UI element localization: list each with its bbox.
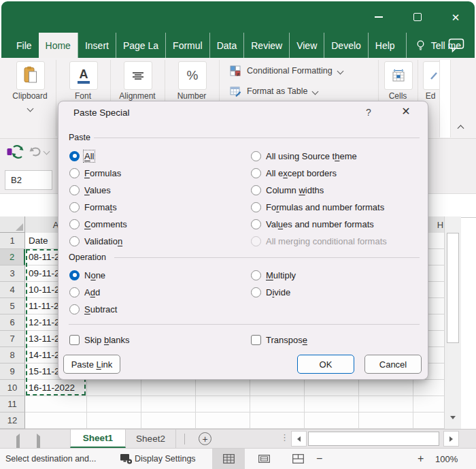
- radio-all-except-borders[interactable]: [251, 168, 261, 178]
- radio-values[interactable]: [69, 185, 80, 195]
- cell-F12[interactable]: [305, 413, 359, 429]
- scroll-left-icon[interactable]: [291, 431, 307, 447]
- cell-E10[interactable]: [250, 380, 305, 396]
- undo-dropdown-chevron-icon[interactable]: [44, 148, 50, 155]
- ribbon-tab-develo[interactable]: Develo: [324, 33, 368, 58]
- radio-subtract[interactable]: [69, 304, 80, 314]
- paste-button[interactable]: [16, 61, 45, 90]
- select-all-corner[interactable]: [0, 216, 25, 233]
- minimize-button[interactable]: [365, 1, 392, 33]
- cell-B11[interactable]: [87, 396, 141, 413]
- cell-C11[interactable]: [141, 396, 196, 413]
- sheet-nav-prev-icon[interactable]: [16, 436, 20, 449]
- display-settings-label[interactable]: Display Settings: [135, 454, 196, 464]
- name-box[interactable]: [5, 170, 52, 190]
- maximize-button[interactable]: [404, 1, 431, 33]
- radio-all[interactable]: [69, 151, 80, 161]
- cell-H11[interactable]: [413, 396, 444, 413]
- close-window-button[interactable]: ✕: [442, 1, 469, 33]
- ribbon-tab-help[interactable]: Help: [368, 33, 402, 58]
- cell-E12[interactable]: [250, 413, 305, 429]
- add-sheet-button[interactable]: +: [199, 432, 211, 445]
- paste-link-button[interactable]: Paste Link: [63, 355, 120, 374]
- cell-F11[interactable]: [305, 396, 359, 413]
- cell-H10[interactable]: [413, 380, 444, 396]
- page-layout-view-button[interactable]: [248, 449, 280, 469]
- radio-validation[interactable]: [69, 236, 80, 246]
- radio-none[interactable]: [69, 270, 80, 280]
- radio-values-and-number-formats[interactable]: [251, 219, 261, 229]
- cells-button[interactable]: [384, 61, 413, 90]
- alignment-button[interactable]: [124, 61, 152, 90]
- radio-formulas[interactable]: [69, 168, 80, 178]
- radio-formats[interactable]: [69, 202, 80, 212]
- dialog-help-button[interactable]: ?: [363, 107, 374, 118]
- ok-button[interactable]: OK: [297, 355, 354, 374]
- format-as-table-button[interactable]: Format as Table: [230, 82, 318, 100]
- vertical-scroll-thumb[interactable]: [447, 233, 459, 343]
- cell-D11[interactable]: [196, 396, 250, 413]
- radio-all-using-source-theme[interactable]: [251, 151, 261, 161]
- ribbon-tab-review[interactable]: Review: [243, 33, 289, 58]
- row-header-5[interactable]: 5: [0, 298, 25, 314]
- normal-view-button[interactable]: [212, 449, 245, 469]
- ribbon-tab-formul[interactable]: Formul: [165, 33, 209, 58]
- radio-comments[interactable]: [69, 219, 80, 229]
- ribbon-tab-file[interactable]: File: [10, 33, 39, 58]
- row-header-8[interactable]: 8: [0, 347, 25, 363]
- sync-icon[interactable]: [7, 144, 24, 160]
- tab-scroll-splitter[interactable]: ⋮: [280, 432, 290, 442]
- cell-E11[interactable]: [250, 396, 305, 413]
- radio-multiply[interactable]: [251, 270, 261, 280]
- conditional-formatting-button[interactable]: ≠ Conditional Formatting: [230, 62, 343, 80]
- vertical-scrollbar[interactable]: [444, 216, 461, 429]
- cell-D12[interactable]: [196, 413, 250, 429]
- ribbon-tab-view[interactable]: View: [289, 33, 324, 58]
- zoom-in-button[interactable]: +: [418, 453, 424, 465]
- cell-D10[interactable]: [196, 380, 250, 396]
- cell-C10[interactable]: [141, 380, 196, 396]
- ribbon-tab-page-la[interactable]: Page La: [116, 33, 165, 58]
- ribbon-tab-home[interactable]: Home: [39, 33, 78, 58]
- cell-G10[interactable]: [359, 380, 413, 396]
- cell-H12[interactable]: [413, 413, 444, 429]
- number-format-button[interactable]: %: [178, 61, 207, 90]
- cell-G12[interactable]: [359, 413, 413, 429]
- sheet-tab-sheet1[interactable]: Sheet1: [70, 430, 126, 448]
- radio-column-widths[interactable]: [251, 185, 261, 195]
- row-header-4[interactable]: 4: [0, 282, 25, 298]
- ribbon-tab-data[interactable]: Data: [209, 33, 244, 58]
- cell-C12[interactable]: [141, 413, 196, 429]
- ribbon-tab-insert[interactable]: Insert: [78, 33, 116, 58]
- zoom-level[interactable]: 100%: [435, 454, 458, 464]
- cell-B10[interactable]: [87, 380, 141, 396]
- cell-B12[interactable]: [87, 413, 141, 429]
- radio-add[interactable]: [69, 287, 80, 297]
- sheet-tab-sheet2[interactable]: Sheet2: [126, 430, 176, 448]
- undo-icon[interactable]: [29, 145, 42, 157]
- row-header-12[interactable]: 12: [0, 413, 25, 429]
- font-button[interactable]: A: [69, 61, 98, 90]
- zoom-out-button[interactable]: −: [316, 453, 322, 465]
- checkbox-transpose[interactable]: [251, 335, 261, 345]
- row-header-10[interactable]: 10: [0, 380, 25, 396]
- scroll-right-icon[interactable]: [443, 431, 459, 447]
- cell-F10[interactable]: [305, 380, 359, 396]
- cancel-button[interactable]: Cancel: [364, 355, 422, 374]
- dialog-close-button[interactable]: ✕: [398, 105, 413, 118]
- radio-formulas-and-number-formats[interactable]: [251, 202, 261, 212]
- horizontal-scroll-thumb[interactable]: [308, 432, 439, 446]
- row-header-7[interactable]: 7: [0, 331, 25, 347]
- row-header-2[interactable]: 2: [0, 249, 25, 265]
- row-header-9[interactable]: 9: [0, 363, 25, 380]
- collapse-ribbon-icon[interactable]: [458, 125, 464, 132]
- comments-button[interactable]: [448, 38, 465, 52]
- checkbox-skip-blanks[interactable]: [69, 335, 80, 345]
- clipboard-dialog-launcher-icon[interactable]: [27, 106, 34, 112]
- row-header-3[interactable]: 3: [0, 265, 25, 282]
- sheet-nav-next-icon[interactable]: [37, 436, 40, 449]
- row-header-6[interactable]: 6: [0, 314, 25, 331]
- cell-A12[interactable]: [25, 413, 87, 429]
- cell-A11[interactable]: [25, 396, 87, 413]
- page-break-view-button[interactable]: [282, 449, 314, 469]
